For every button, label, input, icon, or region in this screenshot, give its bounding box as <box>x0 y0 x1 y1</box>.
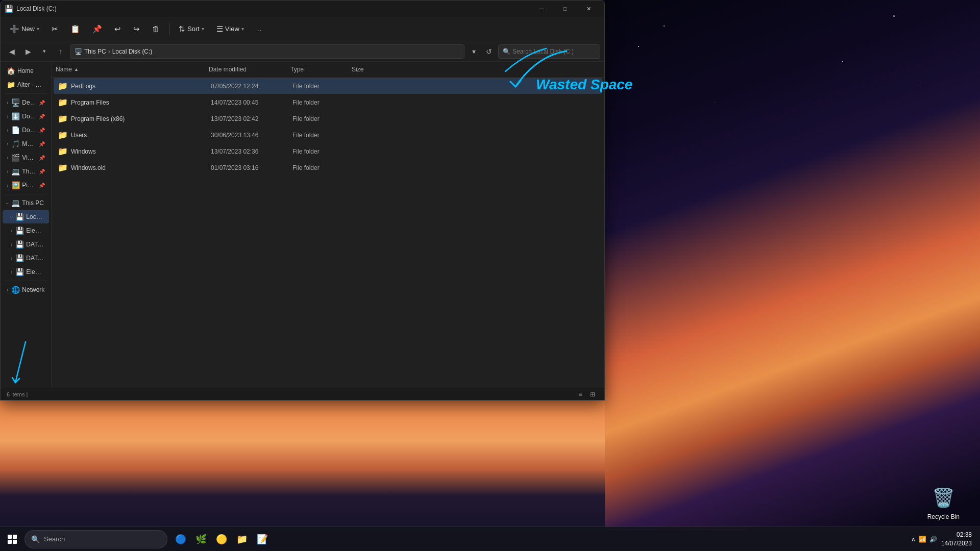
copy2-button[interactable]: ↪ <box>128 21 145 37</box>
move-button[interactable]: ↩ <box>109 21 126 37</box>
view-buttons: ≡ ⊞ <box>575 390 598 399</box>
recent-button[interactable]: ▾ <box>37 44 52 59</box>
file-size-cell <box>350 149 390 154</box>
recycle-bin-label: Recycle Bin <box>927 513 960 520</box>
taskbar-app-herb[interactable]: 🌿 <box>192 530 210 548</box>
downloads-chevron-icon: › <box>7 114 8 119</box>
sidebar-item-documents[interactable]: › 📄 Docume... 📌 <box>3 123 49 137</box>
main-content: 🏠 Home 📁 Alter - Perso... › 🖥️ Desktop 📌… <box>1 62 604 388</box>
col-header-size[interactable]: Size <box>348 64 388 75</box>
sidebar-item-localdisk[interactable]: › 💾 Local Disk <box>3 210 49 223</box>
sidebar-item-thispc-quick[interactable]: › 💻 This PC 📌 <box>3 165 49 178</box>
network-tray-icon: 📶 <box>919 536 926 543</box>
delete-icon: 🗑 <box>152 24 160 33</box>
sidebar-item-videos[interactable]: › 🎬 Videos 📌 <box>3 151 49 164</box>
chevron-up-icon[interactable]: ∧ <box>911 536 916 543</box>
sidebar-item-desktop[interactable]: › 🖥️ Desktop 📌 <box>3 96 49 109</box>
table-row[interactable]: 📁 Users 30/06/2023 13:46 File folder <box>54 127 602 143</box>
up-button[interactable]: ↑ <box>54 44 68 59</box>
taskbar-app-chrome[interactable]: 🟡 <box>212 530 231 548</box>
sidebar-item-downloads[interactable]: › ⬇️ Downloa... 📌 <box>3 110 49 123</box>
system-tray-icons: ∧ 📶 🔊 <box>911 536 937 543</box>
file-name-cell: 📁 Program Files <box>54 95 207 109</box>
col-header-type[interactable]: Type <box>286 64 348 75</box>
videos-icon: 🎬 <box>11 154 20 162</box>
table-row[interactable]: 📁 Windows 13/07/2023 02:36 File folder <box>54 143 602 159</box>
col-header-date[interactable]: Date modified <box>205 64 286 75</box>
file-type-cell: File folder <box>288 162 350 173</box>
paste-button[interactable]: 📌 <box>87 21 107 37</box>
file-name-cell: 📁 Windows <box>54 144 207 158</box>
elements-d-icon: 💾 <box>15 268 24 276</box>
breadcrumb-thispc: This PC <box>84 48 106 55</box>
elements-d-chevron-icon: › <box>11 269 12 275</box>
refresh-button[interactable]: ↺ <box>482 44 496 59</box>
taskbar-search[interactable]: 🔍 Search <box>24 530 167 548</box>
tiles-view-button[interactable]: ⊞ <box>587 390 598 399</box>
volume-icon: 🔊 <box>929 536 937 543</box>
sort-label: Sort <box>187 25 200 33</box>
taskbar-right: ∧ 📶 🔊 02:38 14/07/2023 <box>911 531 976 548</box>
taskbar-clock[interactable]: 02:38 14/07/2023 <box>941 531 972 548</box>
desktop-pin-icon: 📌 <box>39 100 45 106</box>
sidebar-item-pictures[interactable]: › 🖼️ Pictures 📌 <box>3 179 49 192</box>
documents-icon: 📄 <box>11 126 20 134</box>
address-bar: ◀ ▶ ▾ ↑ 🖥️ This PC › Local Disk (C:) ▾ ↺… <box>1 41 604 62</box>
address-actions: ▾ ↺ <box>467 44 496 59</box>
windows-logo-icon <box>8 535 17 544</box>
taskbar: 🔍 Search 🔵 🌿 🟡 📁 📝 ∧ 📶 🔊 02:38 14/07/202… <box>0 527 980 551</box>
table-row[interactable]: 📁 PerfLogs 07/05/2022 12:24 File folder <box>54 78 602 94</box>
sidebar-item-thispc-tree[interactable]: › 💻 This PC <box>3 196 49 210</box>
file-name-cell: 📁 Users <box>54 128 207 142</box>
sidebar-item-data-e[interactable]: › 💾 DATA (E:) <box>3 238 49 251</box>
maximize-button[interactable]: □ <box>553 1 577 17</box>
elements-c-chevron-icon: › <box>11 228 12 234</box>
cut-button[interactable]: ✂ <box>46 21 63 37</box>
pictures-chevron-icon: › <box>7 183 8 188</box>
status-bar: 6 items | ≡ ⊞ <box>1 388 604 400</box>
close-button[interactable]: ✕ <box>577 1 600 17</box>
view-button[interactable]: ☰ View ▾ <box>211 21 249 37</box>
file-type-cell: File folder <box>288 146 350 157</box>
taskbar-app-uwp[interactable]: 🔵 <box>172 530 190 548</box>
start-button[interactable] <box>4 531 20 547</box>
more-button[interactable]: ... <box>251 22 267 36</box>
cut-icon: ✂ <box>52 24 58 34</box>
sidebar-item-alter[interactable]: 📁 Alter - Perso... <box>3 78 49 91</box>
search-box[interactable]: 🔍 <box>498 44 600 59</box>
address-input[interactable]: 🖥️ This PC › Local Disk (C:) <box>70 44 464 59</box>
sidebar-item-network[interactable]: › 🌐 Network <box>3 283 49 296</box>
taskbar-app-explorer[interactable]: 📁 <box>233 530 251 548</box>
window-title: Local Disk (C:) <box>16 5 530 12</box>
search-icon: 🔍 <box>503 48 510 55</box>
recycle-bin[interactable]: 🗑️ Recycle Bin <box>927 485 960 520</box>
toolbar: ➕ New ▾ ✂ 📋 📌 ↩ ↪ 🗑 ⇅ Sort ▾ ☰ Vie <box>1 17 604 41</box>
minimize-button[interactable]: ─ <box>530 1 553 17</box>
new-chevron-icon: ▾ <box>37 26 39 32</box>
new-button[interactable]: ➕ New ▾ <box>5 21 44 37</box>
sort-button[interactable]: ⇅ Sort ▾ <box>174 21 209 37</box>
breadcrumb-separator-1: › <box>108 48 110 55</box>
view-chevron-icon: ▾ <box>241 26 244 32</box>
table-row[interactable]: 📁 Program Files 14/07/2023 00:45 File fo… <box>54 94 602 110</box>
table-row[interactable]: 📁 Program Files (x86) 13/07/2023 02:42 F… <box>54 111 602 127</box>
sidebar-item-data-g[interactable]: › 💾 DATA (G:) <box>3 252 49 265</box>
dropdown-button[interactable]: ▾ <box>467 44 481 59</box>
localdisk-chevron-icon: › <box>9 216 14 217</box>
sidebar-item-home[interactable]: 🏠 Home <box>3 64 49 78</box>
sidebar-item-elements-c[interactable]: › 💾 Elements (... <box>3 224 49 237</box>
copy2-icon: ↪ <box>133 24 140 34</box>
taskbar-app-notes[interactable]: 📝 <box>253 530 272 548</box>
sidebar-item-elements-d[interactable]: › 💾 Elements (D... <box>3 265 49 279</box>
forward-button[interactable]: ▶ <box>21 44 35 59</box>
sidebar-item-music[interactable]: › 🎵 Music 📌 <box>3 137 49 151</box>
new-label: New <box>21 25 35 33</box>
file-name-cell: 📁 Windows.old <box>54 161 207 174</box>
col-header-name[interactable]: Name ▲ <box>52 64 205 75</box>
search-input[interactable] <box>512 48 596 55</box>
details-view-button[interactable]: ≡ <box>575 390 586 399</box>
delete-button[interactable]: 🗑 <box>147 21 165 36</box>
table-row[interactable]: 📁 Windows.old 01/07/2023 03:16 File fold… <box>54 160 602 176</box>
copy-button[interactable]: 📋 <box>65 21 85 37</box>
back-button[interactable]: ◀ <box>5 44 19 59</box>
